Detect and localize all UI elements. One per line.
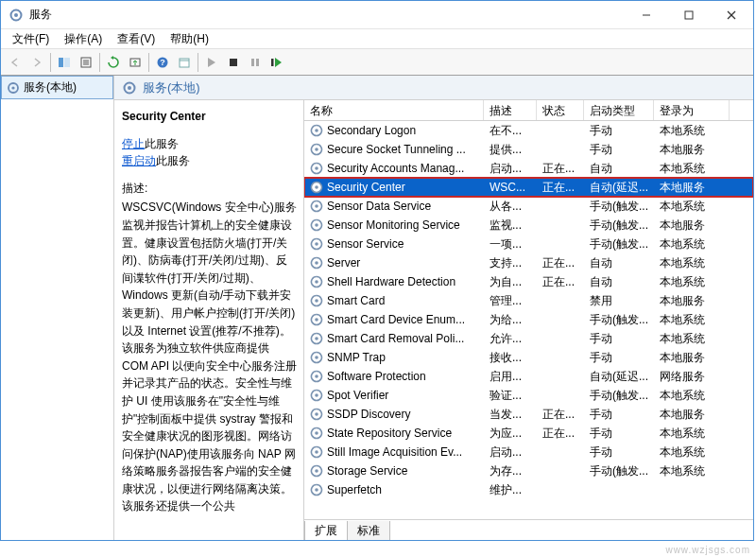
service-row[interactable]: SNMP Trap接收...手动本地服务 (304, 348, 753, 367)
service-row[interactable]: State Repository Service为应...正在...手动本地系统 (304, 424, 753, 443)
nav-root-services-local[interactable]: 服务(本地) (1, 76, 113, 99)
list-body[interactable]: Secondary Logon在不...手动本地系统Secure Socket … (304, 121, 753, 519)
cell-startup: 手动(触发... (584, 312, 654, 328)
svg-point-29 (315, 204, 318, 208)
cell-name: Security Accounts Manag... (304, 162, 484, 175)
service-row[interactable]: Sensor Service一项...手动(触发...本地系统 (304, 235, 753, 253)
cell-name: Smart Card Device Enum... (304, 313, 484, 326)
cell-status: 正在... (537, 161, 584, 177)
cell-startup: 自动 (584, 274, 654, 290)
help-button[interactable]: ? (152, 52, 173, 73)
menu-help[interactable]: 帮助(H) (163, 29, 216, 49)
svg-point-27 (315, 166, 318, 170)
stop-link[interactable]: 停止 (122, 137, 145, 150)
cell-logon: 本地系统 (654, 426, 730, 442)
svg-point-38 (315, 374, 318, 378)
restart-link[interactable]: 重启动 (122, 154, 156, 167)
service-row[interactable]: Still Image Acquisition Ev...启动...手动本地系统 (304, 443, 753, 461)
cell-name: Sensor Service (304, 237, 484, 251)
pause-service-button[interactable] (245, 52, 266, 73)
svg-point-35 (315, 318, 318, 322)
show-hide-tree-button[interactable] (54, 52, 75, 73)
service-row[interactable]: Smart Card管理...禁用本地服务 (304, 291, 753, 310)
menu-file[interactable]: 文件(F) (5, 29, 57, 49)
menubar: 文件(F) 操作(A) 查看(V) 帮助(H) (1, 29, 753, 49)
cell-desc: 允许... (484, 331, 537, 347)
cell-desc: 从各... (484, 199, 537, 215)
cell-logon: 本地服务 (654, 407, 730, 423)
service-row[interactable]: Smart Card Removal Poli...允许...手动本地系统 (304, 329, 753, 348)
service-row[interactable]: Software Protection启用...自动(延迟...网络服务 (304, 367, 753, 386)
start-service-button[interactable] (201, 52, 222, 73)
svg-point-32 (315, 261, 318, 265)
svg-point-40 (315, 412, 318, 416)
toolbar-sep (198, 53, 198, 72)
col-desc[interactable]: 描述 (484, 100, 537, 120)
detail-stop-row: 停止此服务 (122, 135, 298, 153)
tab-extended[interactable]: 扩展 (304, 521, 348, 540)
svg-point-36 (315, 337, 318, 340)
service-row[interactable]: Security CenterWSC...正在...自动(延迟...本地服务 (304, 178, 753, 197)
cell-desc: 接收... (484, 350, 537, 366)
back-button[interactable] (5, 52, 26, 73)
detail-service-name: Security Center (122, 108, 298, 126)
service-row[interactable]: Secondary Logon在不...手动本地系统 (304, 121, 753, 140)
cell-name: Smart Card (304, 294, 484, 307)
list-header: 名称 描述 状态 启动类型 登录为 (304, 100, 753, 121)
col-startup[interactable]: 启动类型 (584, 100, 654, 120)
service-row[interactable]: Spot Verifier验证...手动(触发...本地系统 (304, 386, 753, 405)
restart-service-button[interactable] (266, 52, 287, 73)
cell-desc: 当发... (484, 407, 537, 423)
col-logon[interactable]: 登录为 (654, 100, 730, 120)
panel-header: 服务(本地) (114, 76, 753, 100)
service-row[interactable]: SSDP Discovery当发...正在...手动本地服务 (304, 405, 753, 424)
service-row[interactable]: Server支持...正在...自动本地系统 (304, 253, 753, 272)
export-list-button[interactable] (76, 52, 96, 73)
view-tabs: 扩展 标准 (304, 519, 753, 540)
minimize-button[interactable] (625, 1, 667, 28)
cell-name: Smart Card Removal Poli... (304, 332, 484, 345)
cell-name: Spot Verifier (304, 389, 484, 402)
cell-logon: 本地系统 (654, 463, 730, 479)
service-row[interactable]: Shell Hardware Detection为自...正在...自动本地系统 (304, 272, 753, 291)
maximize-button[interactable] (667, 1, 710, 28)
stop-service-button[interactable] (223, 52, 244, 73)
menu-action[interactable]: 操作(A) (57, 29, 110, 49)
toolbar-sep (99, 53, 100, 72)
cell-startup: 手动 (584, 407, 654, 423)
cell-name: Shell Hardware Detection (304, 275, 484, 288)
close-button[interactable] (710, 1, 753, 28)
refresh-button[interactable] (103, 52, 124, 73)
export-button[interactable] (125, 52, 146, 73)
svg-point-25 (315, 129, 318, 132)
service-row[interactable]: Sensor Data Service从各...手动(触发...本地系统 (304, 197, 753, 216)
service-row[interactable]: Sensor Monitoring Service监视...手动(触发...本地… (304, 216, 753, 235)
service-row[interactable]: Secure Socket Tunneling ...提供...手动本地服务 (304, 140, 753, 159)
cell-name: SNMP Trap (304, 351, 484, 364)
service-row[interactable]: Storage Service为存...手动(触发...本地系统 (304, 461, 753, 480)
service-row[interactable]: Superfetch维护... (304, 480, 753, 499)
col-status[interactable]: 状态 (537, 100, 584, 120)
cell-logon: 本地服务 (654, 142, 730, 158)
cell-logon: 本地服务 (654, 180, 730, 196)
detail-desc-text: WSCSVC(Windows 安全中心)服务监视并报告计算机上的安全健康设置。健… (122, 199, 298, 515)
cell-desc: 支持... (484, 255, 537, 271)
service-detail-pane: Security Center 停止此服务 重启动此服务 描述: WSCSVC(… (114, 100, 303, 540)
app-gear-icon (9, 8, 24, 23)
cell-logon: 本地系统 (654, 236, 730, 252)
toolbar: ? (1, 49, 753, 76)
right-panel: 服务(本地) Security Center 停止此服务 重启动此服务 描述: … (114, 76, 753, 540)
service-row[interactable]: Security Accounts Manag...启动...正在...自动本地… (304, 159, 753, 178)
cell-name: Secure Socket Tunneling ... (304, 143, 484, 156)
menu-view[interactable]: 查看(V) (110, 29, 163, 49)
restart-suffix: 此服务 (156, 154, 190, 167)
properties-button[interactable] (174, 52, 195, 73)
cell-startup: 手动 (584, 142, 654, 158)
col-name[interactable]: 名称 (304, 100, 484, 120)
forward-button[interactable] (26, 52, 47, 73)
tab-standard[interactable]: 标准 (347, 521, 390, 540)
service-row[interactable]: Smart Card Device Enum...为给...手动(触发...本地… (304, 310, 753, 329)
svg-point-44 (315, 488, 318, 492)
svg-rect-20 (271, 59, 274, 66)
toolbar-sep (50, 53, 51, 72)
